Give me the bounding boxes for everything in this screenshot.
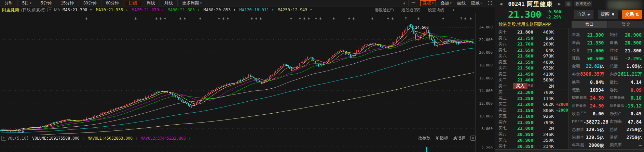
- order-price[interactable]: 买入50: [511, 83, 533, 89]
- order-price[interactable]: 21.100: [511, 114, 533, 119]
- order-book-row-买九[interactable]: 买九20.900350K: [495, 137, 568, 143]
- order-level-label: 卖四: [495, 65, 511, 71]
- candlestick-chart[interactable]: [0, 0, 495, 152]
- add-indicator-button[interactable]: 加指标: [436, 135, 448, 141]
- order-book-row-买二[interactable]: 买二21.250114K: [495, 96, 568, 102]
- add-watchlist-button[interactable]: 自选+: [574, 10, 593, 19]
- order-book-row-买五[interactable]: 买五21.100926K: [495, 113, 568, 119]
- period-button-30分钟[interactable]: 30分钟: [79, 0, 101, 6]
- order-price[interactable]: 21.750: [511, 36, 533, 41]
- order-level-label: 买四: [495, 107, 511, 113]
- order-price[interactable]: 21.200: [511, 102, 533, 107]
- order-book-row-卖九[interactable]: 卖九21.75096K: [495, 35, 568, 41]
- period-button-60分钟[interactable]: 60分钟: [101, 0, 124, 6]
- help-icon[interactable]: ?: [1, 136, 6, 141]
- stat-外盘: 外盘8306.35万: [568, 70, 606, 78]
- order-book-row-卖八[interactable]: 卖八21.700200K: [495, 41, 568, 47]
- order-book-row-买七[interactable]: 买七21.0002M: [495, 125, 568, 131]
- order-price[interactable]: 21.000: [511, 126, 533, 131]
- zoom-out-button[interactable]: ー: [408, 0, 419, 6]
- stat-value: 24.50: [590, 103, 604, 109]
- order-book-row-卖十[interactable]: 卖十21.800460K: [495, 29, 568, 35]
- draw-line-button[interactable]: 画线: [454, 0, 468, 6]
- order-book-row-卖二[interactable]: 卖二21.400580K: [495, 77, 568, 83]
- order-price[interactable]: 21.650: [511, 48, 533, 53]
- buy-tooltip[interactable]: 买入: [513, 83, 527, 89]
- stat-label: 涨跌: [572, 55, 580, 61]
- fullscreen-icon: [488, 1, 492, 5]
- order-book-row-买六[interactable]: 买六21.050794K: [495, 119, 568, 126]
- order-price[interactable]: 21.250: [511, 96, 533, 101]
- chart-info-bar: 阿里健康 (日线,前复权) ? MA MA5:21.390 ↑MA10:21.3…: [0, 7, 495, 13]
- order-book-row-买十[interactable]: 买十20.850234K: [495, 143, 568, 150]
- order-price[interactable]: 21.550: [511, 60, 533, 65]
- promo-link[interactable]: 炒港美股,就用东财国际APP: [498, 22, 551, 27]
- order-level-label: 买二: [495, 96, 511, 101]
- order-book-row-卖一[interactable]: 卖一买入502M: [495, 83, 568, 90]
- stat-row: 最新21.300均价20.900: [568, 31, 644, 39]
- stat-最新: 最新21.300: [568, 31, 606, 39]
- order-price[interactable]: 20.850: [511, 144, 533, 149]
- order-book-row-卖六[interactable]: 卖六21.600978K: [495, 53, 568, 59]
- period-button-周线[interactable]: 周线: [142, 0, 160, 6]
- prev-stock-button[interactable]: ◀: [498, 2, 504, 6]
- switch-indicator-button[interactable]: 换指标: [453, 135, 465, 141]
- order-level-label: 卖二: [495, 77, 511, 83]
- stat-row: 换手0.84%量比4.14: [568, 78, 644, 86]
- order-book-row-卖七[interactable]: 卖七21.65064K: [495, 47, 568, 53]
- stat-label: 周息率: [610, 142, 622, 148]
- order-price[interactable]: 21.150: [511, 108, 533, 113]
- order-price[interactable]: 21.050: [511, 120, 533, 125]
- order-volume: 246K: [533, 132, 554, 137]
- order-price[interactable]: 20.950: [511, 132, 533, 137]
- stat-label: 最新: [572, 32, 580, 38]
- order-book-row-买八[interactable]: 买八20.950246K: [495, 131, 568, 138]
- period-button-5分钟[interactable]: 5分钟: [36, 0, 56, 6]
- overlay-button[interactable]: 叠加▾: [438, 0, 454, 6]
- stat-label: 52周最高: [572, 96, 587, 100]
- hide-button[interactable]: 隐藏»: [468, 0, 485, 6]
- alert-button[interactable]: 提醒: [598, 10, 618, 19]
- period-button-15分钟[interactable]: 15分钟: [56, 0, 79, 6]
- order-price[interactable]: 21.400: [511, 77, 533, 83]
- zoom-in-button[interactable]: +: [400, 0, 408, 6]
- change-value: -0.500: [546, 9, 561, 14]
- tab-order-book[interactable]: 盘口: [572, 21, 607, 28]
- period-button-5日[interactable]: 5日▾: [18, 0, 36, 6]
- order-book-row-卖五[interactable]: 卖五21.550460K: [495, 59, 568, 65]
- stat-value: -13.12: [625, 103, 642, 109]
- adjust-price-button[interactable]: 复权▾: [420, 0, 436, 6]
- order-price[interactable]: 21.500: [511, 65, 533, 71]
- order-price[interactable]: 20.900: [511, 138, 533, 143]
- period-button-更多周期[interactable]: 更多周期▾: [178, 0, 207, 6]
- help-icon[interactable]: ?: [47, 8, 52, 12]
- close-icon[interactable]: ✕: [470, 136, 476, 141]
- stat-历史最低: 历史最低-13.12: [606, 102, 644, 110]
- order-book-row-买三[interactable]: 买三21.200662K+2000: [495, 101, 568, 107]
- order-volume: 96K: [533, 36, 554, 41]
- order-book-row-卖四[interactable]: 卖四21.500632K: [495, 65, 568, 71]
- order-price[interactable]: 21.600: [511, 53, 533, 59]
- order-price[interactable]: 21.700: [511, 41, 533, 47]
- order-book-row-买四[interactable]: 买四21.150806K-2000: [495, 107, 568, 114]
- order-level-label: 卖一: [495, 83, 511, 89]
- order-price[interactable]: 21.450: [511, 72, 533, 77]
- order-book-row-买一[interactable]: 买一21.300700K: [495, 89, 568, 96]
- next-stock-button[interactable]: ▶: [556, 2, 562, 6]
- stat-value: 2611.21万: [618, 71, 642, 77]
- volume-indicator-bar: ? VOL(5,10) VOLUME:109175588.000 ↑ MAVOL…: [0, 136, 495, 141]
- stat-市净率: 市净率47.84: [606, 118, 644, 126]
- trade-button[interactable]: 交易⇅: [622, 10, 642, 19]
- order-price[interactable]: 21.800: [511, 29, 533, 35]
- period-button-月线[interactable]: 月线: [160, 0, 178, 6]
- period-button-分时[interactable]: 分时: [0, 0, 18, 6]
- change-params-button[interactable]: 改参数: [418, 135, 430, 141]
- order-book-row-卖三[interactable]: 卖三21.450410K: [495, 71, 568, 77]
- period-button-日线[interactable]: 日线: [124, 0, 142, 6]
- set-ma-button[interactable]: 设置均线: [428, 7, 444, 13]
- market-link: 港股通(深): [401, 7, 420, 13]
- order-level-label: 买一: [495, 89, 511, 95]
- tab-funds[interactable]: 资金: [608, 21, 644, 28]
- fullscreen-button[interactable]: [485, 0, 495, 6]
- order-price[interactable]: 21.300: [511, 90, 533, 95]
